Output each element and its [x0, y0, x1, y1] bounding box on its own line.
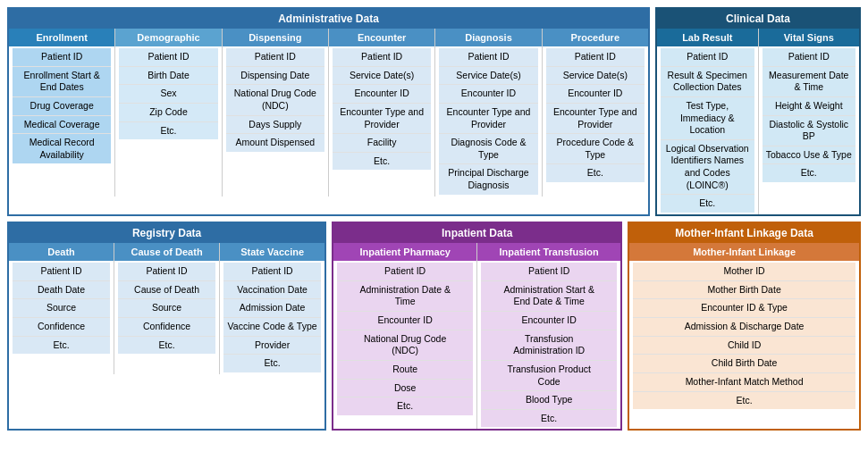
col-item-0-2: Encounter ID & Type	[633, 299, 855, 318]
col-header-1: Inpatient Transfusion	[477, 243, 620, 261]
top-section: Administrative Data EnrollmentPatient ID…	[7, 7, 861, 216]
admin-col-3: EncounterPatient IDService Date(s)Encoun…	[329, 29, 435, 197]
mother-panel: Mother-Infant Linkage Data Mother-Infant…	[628, 222, 861, 431]
inpatient-panel: Inpatient Data Inpatient PharmacyPatient…	[332, 222, 622, 431]
column-0: Mother-Infant LinkageMother IDMother Bir…	[629, 243, 859, 411]
admin-col-5: ProcedurePatient IDService Date(s)Encoun…	[543, 29, 648, 197]
admin-col-item-3-5: Etc.	[333, 153, 431, 171]
col-item-0-4: Etc.	[13, 337, 110, 355]
col-item-0-5: Dose	[337, 380, 473, 398]
admin-col-item-4-3: Encounter Type and Provider	[439, 104, 537, 134]
col-item-1-5: Blood Type	[481, 391, 617, 410]
col-item-1-2: Encounter ID	[481, 312, 617, 330]
admin-col-item-1-4: Etc.	[119, 122, 217, 140]
column-0: Inpatient PharmacyPatient IDAdministrati…	[333, 243, 477, 429]
inpatient-title: Inpatient Data	[333, 223, 620, 243]
admin-col-0: EnrollmentPatient IDEnrollment Start & E…	[9, 29, 115, 197]
admin-col-item-5-1: Service Date(s)	[546, 67, 645, 86]
admin-col-item-4-1: Service Date(s)	[439, 67, 537, 86]
admin-col-item-2-3: Days Supply	[226, 116, 324, 135]
admin-col-item-4-5: Principal Discharge Diagnosis	[439, 164, 537, 194]
admin-col-item-3-3: Encounter Type and Provider	[333, 104, 431, 134]
col-item-0-3: Logical Observation Identifiers Names an…	[661, 140, 754, 196]
col-item-0-0: Patient ID	[661, 48, 754, 67]
col-item-0-2: Source	[13, 299, 110, 318]
col-item-0-1: Death Date	[13, 281, 110, 300]
admin-col-item-3-4: Facility	[333, 134, 431, 153]
admin-col-item-4-4: Diagnosis Code & Type	[439, 134, 537, 164]
admin-col-4: DiagnosisPatient IDService Date(s)Encoun…	[435, 29, 542, 197]
col-item-2-0: Patient ID	[223, 263, 321, 281]
col-item-0-0: Patient ID	[337, 263, 473, 281]
admin-col-2: DispensingPatient IDDispensing DateNatio…	[223, 29, 329, 197]
col-item-2-5: Etc.	[223, 355, 321, 372]
admin-col-item-0-1: Enrollment Start & End Dates	[13, 67, 111, 97]
admin-col-item-5-0: Patient ID	[546, 48, 645, 67]
col-item-0-4: Route	[337, 361, 473, 380]
admin-panel: Administrative Data EnrollmentPatient ID…	[7, 7, 650, 216]
column-0: Lab ResultPatient IDResult & Specimen Co…	[657, 29, 759, 214]
col-item-1-2: Source	[118, 299, 215, 318]
col-item-1-4: Transfusion Product Code	[481, 361, 617, 391]
col-item-2-3: Vaccine Code & Type	[223, 318, 321, 337]
col-item-0-3: Confidence	[13, 318, 110, 337]
col-item-0-0: Patient ID	[13, 263, 110, 281]
col-item-2-4: Provider	[223, 337, 321, 355]
admin-col-item-5-5: Etc.	[546, 164, 645, 182]
admin-col-item-3-2: Encounter ID	[333, 85, 431, 104]
col-item-1-0: Patient ID	[763, 48, 856, 67]
registry-panel: Registry Data DeathPatient IDDeath DateS…	[7, 222, 326, 431]
admin-columns: EnrollmentPatient IDEnrollment Start & E…	[9, 29, 648, 197]
col-header-1: Vital Signs	[759, 29, 860, 46]
main-container: Administrative Data EnrollmentPatient ID…	[7, 7, 861, 431]
inpatient-columns: Inpatient PharmacyPatient IDAdministrati…	[333, 243, 620, 429]
col-item-0-1: Result & Specimen Collection Dates	[661, 67, 754, 97]
col-item-0-1: Mother Birth Date	[633, 281, 855, 300]
col-item-2-1: Vaccination Date	[223, 281, 321, 300]
col-item-1-3: Confidence	[118, 318, 215, 337]
admin-col-item-2-2: National Drug Code (NDC)	[226, 85, 324, 115]
admin-col-item-3-0: Patient ID	[333, 48, 431, 67]
admin-col-item-2-0: Patient ID	[226, 48, 324, 67]
col-item-1-1: Measurement Date & Time	[763, 67, 856, 97]
col-item-1-4: Etc.	[118, 337, 215, 355]
col-item-0-2: Encounter ID	[337, 312, 473, 330]
clinical-title: Clinical Data	[657, 9, 859, 29]
col-item-1-3: Transfusion Administration ID	[481, 330, 617, 361]
admin-col-header-0: Enrollment	[9, 29, 114, 46]
col-item-0-4: Etc.	[661, 195, 754, 213]
clinical-columns: Lab ResultPatient IDResult & Specimen Co…	[657, 29, 859, 214]
admin-col-item-1-0: Patient ID	[119, 48, 217, 67]
col-header-1: Cause of Death	[114, 243, 219, 261]
column-1: Inpatient TransfusionPatient IDAdministr…	[477, 243, 620, 429]
col-item-0-1: Administration Date & Time	[337, 281, 473, 312]
column-2: State VaccinePatient IDVaccination DateA…	[220, 243, 324, 374]
admin-col-item-2-4: Amount Dispensed	[226, 134, 324, 152]
col-item-1-1: Cause of Death	[118, 281, 215, 300]
admin-title: Administrative Data	[9, 9, 648, 29]
col-item-0-0: Mother ID	[633, 263, 855, 281]
admin-col-item-4-2: Encounter ID	[439, 85, 537, 104]
admin-col-header-5: Procedure	[543, 29, 648, 46]
registry-title: Registry Data	[9, 223, 324, 243]
mother-title: Mother-Infant Linkage Data	[629, 223, 859, 243]
admin-col-header-2: Dispensing	[223, 29, 328, 46]
column-1: Vital SignsPatient IDMeasurement Date & …	[759, 29, 860, 214]
admin-col-item-1-3: Zip Code	[119, 104, 217, 122]
admin-col-header-3: Encounter	[329, 29, 434, 46]
admin-col-1: DemographicPatient IDBirth DateSexZip Co…	[115, 29, 222, 197]
bottom-section: Registry Data DeathPatient IDDeath DateS…	[7, 222, 861, 431]
col-item-1-1: Administration Start & End Date & Time	[481, 281, 617, 312]
col-header-0: Inpatient Pharmacy	[333, 243, 476, 261]
col-header-2: State Vaccine	[220, 243, 324, 261]
col-item-0-4: Child ID	[633, 337, 855, 355]
col-header-0: Lab Result	[657, 29, 758, 46]
col-item-0-2: Test Type, Immediacy & Location	[661, 97, 754, 140]
admin-col-item-5-3: Encounter Type and Provider	[546, 104, 645, 134]
admin-col-item-4-0: Patient ID	[439, 48, 537, 67]
column-1: Cause of DeathPatient IDCause of DeathSo…	[114, 243, 220, 374]
col-item-1-6: Etc.	[481, 410, 617, 428]
col-header-0: Mother-Infant Linkage	[629, 243, 859, 261]
col-item-0-7: Etc.	[633, 392, 855, 410]
col-item-1-5: Etc.	[763, 164, 856, 182]
